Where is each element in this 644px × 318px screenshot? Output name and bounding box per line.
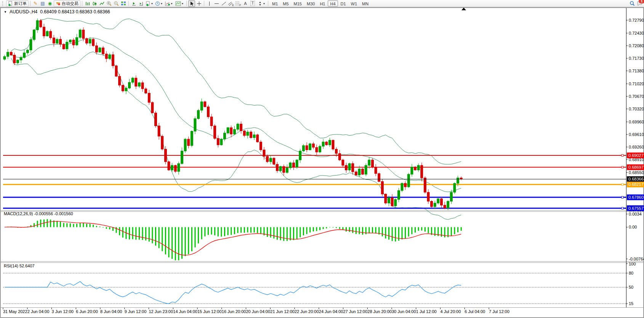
svg-text:9 Jun 12:00: 9 Jun 12:00 <box>125 309 147 314</box>
svg-text:8 Jun 04:00: 8 Jun 04:00 <box>100 309 122 314</box>
arrows-icon[interactable]: ▼ <box>256 0 266 7</box>
trendline-icon[interactable] <box>220 0 227 7</box>
chart-canvas[interactable]: 0.727900.724300.720800.717300.713800.710… <box>0 0 644 318</box>
svg-text:0.72080: 0.72080 <box>629 43 644 48</box>
svg-text:0.00: 0.00 <box>629 225 637 229</box>
autotrading-icon <box>56 1 61 6</box>
time-axis: 31 May 20222 Jun 04:003 Jun 12:006 Jun 2… <box>3 308 509 314</box>
new-order-button[interactable]: 新订单 <box>6 0 29 7</box>
timeframe-w1[interactable]: W1 <box>349 0 360 6</box>
svg-text:12 Jun 23:00: 12 Jun 23:00 <box>149 309 173 314</box>
chart-symbol-period: AUDUSD-,H4 <box>10 9 37 14</box>
svg-text:0.72430: 0.72430 <box>629 31 644 35</box>
bollinger-bands <box>11 18 461 220</box>
zoom-in-icon[interactable] <box>106 0 112 7</box>
crosshair-icon[interactable] <box>195 0 202 7</box>
svg-text:15: 15 <box>629 301 633 306</box>
svg-text:6 Jul 04:00: 6 Jul 04:00 <box>465 309 485 314</box>
vertical-line-icon[interactable] <box>206 0 213 7</box>
svg-text:0.68217: 0.68217 <box>628 182 644 187</box>
notification-badge[interactable]: 1 <box>639 0 644 3</box>
macd-indicator-label: MACD(12,26,9) -0.000556 -0.001560 <box>4 211 73 216</box>
timeframe-m1[interactable]: M1 <box>270 0 280 6</box>
toolbar-grip[interactable] <box>2 1 5 6</box>
new-order-label: 新订单 <box>14 1 27 6</box>
zoom-out-icon[interactable] <box>113 0 120 7</box>
svg-text:7 Jul 12:00: 7 Jul 12:00 <box>489 309 509 314</box>
svg-text:2 Jun 04:00: 2 Jun 04:00 <box>27 309 50 314</box>
svg-text:20 Jun 04:00: 20 Jun 04:00 <box>246 309 271 314</box>
new-chart-icon[interactable]: ▼ <box>145 0 154 7</box>
bars-chart-icon[interactable] <box>84 0 91 7</box>
fibonacci-icon[interactable]: F <box>235 0 242 7</box>
svg-text:0.68697: 0.68697 <box>628 165 644 169</box>
horizontal-line-icon[interactable] <box>213 0 220 7</box>
period-clock-icon[interactable]: ▼ <box>154 0 163 7</box>
svg-text:0.67557: 0.67557 <box>628 206 644 211</box>
separator <box>186 1 187 6</box>
pencil-icon[interactable]: ✎ <box>32 0 39 7</box>
panel-dividers <box>1 8 643 308</box>
chart-shift-icon[interactable] <box>138 0 144 7</box>
tile-windows-icon[interactable] <box>120 0 127 7</box>
svg-text:31 May 2022: 31 May 2022 <box>3 309 27 314</box>
svg-text:16 Jun 20:00: 16 Jun 20:00 <box>222 309 246 314</box>
autotrading-label: 自动交易 <box>62 1 78 6</box>
svg-text:0.69960: 0.69960 <box>629 120 644 124</box>
svg-text:0.71730: 0.71730 <box>629 56 644 61</box>
separator <box>204 1 204 6</box>
svg-text:-0.007643: -0.007643 <box>629 257 644 261</box>
line-chart-icon[interactable] <box>98 0 105 7</box>
candles-chart-icon[interactable] <box>91 0 98 7</box>
svg-text:24 Jun 04:00: 24 Jun 04:00 <box>319 309 343 314</box>
separator <box>30 1 30 6</box>
svg-text:0.72790: 0.72790 <box>629 18 644 22</box>
cursor-icon[interactable] <box>188 0 195 7</box>
svg-text:3 Jun 12:00: 3 Jun 12:00 <box>52 309 74 314</box>
autotrading-button[interactable]: 自动交易 <box>54 0 80 7</box>
symbol-dropdown-icon[interactable]: ▼ <box>4 10 7 14</box>
new-order-icon <box>8 1 13 6</box>
macd-panel: 0.00340.00-0.007643 <box>5 212 644 261</box>
timeframe-mn[interactable]: MN <box>360 0 371 6</box>
svg-text:0.68550: 0.68550 <box>629 170 644 175</box>
svg-text:22 Jun 20:00: 22 Jun 20:00 <box>295 309 319 314</box>
chart-ohlc-values: 0.68409 0.68413 0.68363 0.68366 <box>40 9 110 14</box>
indicators-icon[interactable]: ▼ <box>164 0 174 7</box>
search-icon[interactable] <box>629 0 636 7</box>
svg-text:27 Jun 12:00: 27 Jun 12:00 <box>343 309 368 314</box>
svg-text:50: 50 <box>629 285 633 289</box>
signals-icon[interactable]: ◉ <box>46 0 53 7</box>
svg-text:80: 80 <box>629 271 633 275</box>
rsi-indicator-label: RSI(14) 52.6407 <box>4 264 35 268</box>
timeframe-m15[interactable]: M15 <box>292 0 304 6</box>
data-window-icon[interactable]: ▤ <box>39 0 46 7</box>
candles <box>3 18 462 210</box>
svg-text:6 Jun 20:00: 6 Jun 20:00 <box>76 309 98 314</box>
text-label-icon[interactable]: T <box>249 0 256 7</box>
timeframe-m30[interactable]: M30 <box>304 0 317 6</box>
timeframe-h4[interactable]: H4 <box>328 0 338 6</box>
svg-text:0.67860: 0.67860 <box>628 195 644 200</box>
svg-text:0.70670: 0.70670 <box>629 94 644 99</box>
svg-text:15 Jun 12:00: 15 Jun 12:00 <box>197 309 222 314</box>
svg-text:0.0034: 0.0034 <box>629 212 642 216</box>
timeframe-m5[interactable]: M5 <box>280 0 291 6</box>
main-toolbar: 新订单 ✎ ▤ ◉ 自动交易 ▼ ▼ ▼ ▼ E F A T ▼ M1 M5 M… <box>0 0 644 7</box>
separator <box>128 1 129 6</box>
autoscroll-icon[interactable] <box>130 0 137 7</box>
svg-text:100: 100 <box>629 262 636 266</box>
separator <box>268 1 268 6</box>
svg-text:30 Jun 04:00: 30 Jun 04:00 <box>392 309 416 314</box>
svg-text:0.70320: 0.70320 <box>629 107 644 111</box>
svg-text:1 Jul 12:00: 1 Jul 12:00 <box>416 309 437 314</box>
equidistant-channel-icon[interactable]: E <box>227 0 234 7</box>
timeframe-h1[interactable]: H1 <box>317 0 327 6</box>
level-lines <box>3 155 626 209</box>
text-icon[interactable]: A <box>242 0 249 7</box>
template-icon[interactable]: ▼ <box>174 0 185 7</box>
svg-text:0.68366: 0.68366 <box>628 177 644 181</box>
chart-title: ▼ AUDUSD-,H4 0.68409 0.68413 0.68363 0.6… <box>4 9 110 14</box>
timeframe-d1[interactable]: D1 <box>338 0 348 6</box>
svg-text:14 Jun 04:00: 14 Jun 04:00 <box>173 309 197 314</box>
